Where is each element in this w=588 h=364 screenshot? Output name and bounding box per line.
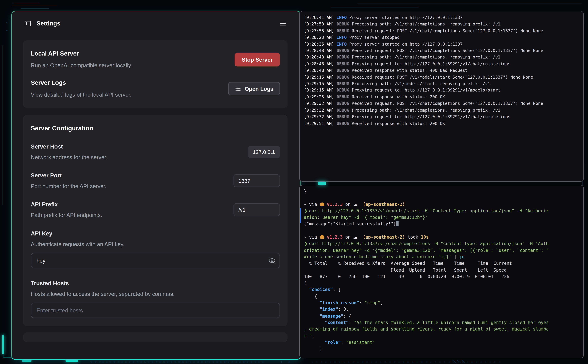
server-host-row: Server Host Network address for the serv… [31, 143, 280, 161]
api-prefix-input[interactable] [234, 203, 280, 216]
prompt-chevron-icon: ❯ [304, 208, 309, 213]
terminal-line: ❯ curl http://127.0.0.1:1337/v1/models/s… [304, 208, 579, 214]
log-entry: [9:28:35 AM] INFO Proxy server started o… [304, 41, 579, 47]
terminal-line: r.", [304, 333, 579, 339]
bun-icon [320, 235, 324, 239]
circuit-glow [318, 182, 326, 185]
terminal-line: } [304, 188, 579, 195]
eye-off-icon[interactable] [268, 257, 276, 264]
api-key-input[interactable] [31, 253, 280, 268]
log-entry: [9:28:48 AM] DEBUG Processing path: /v1/… [304, 54, 579, 61]
terminal-line: ~ via v1.2.3 on ☁ (ap-southeast-2) took … [304, 234, 579, 240]
log-entry: [9:26:41 AM] INFO Proxy server started o… [304, 14, 579, 21]
server-logs-description: View detailed logs of the local API serv… [31, 91, 132, 98]
terminal-line: 100 877 0 756 100 121 39 6 0:00:20 0:00:… [304, 273, 579, 280]
log-entry: [9:29:32 AM] DEBUG Processing path: /v1/… [304, 107, 579, 114]
circuit-glow [22, 360, 32, 362]
api-prefix-label: API Prefix [31, 201, 102, 208]
server-host-label: Server Host [31, 143, 107, 150]
terminal-line: ~ via v1.2.3 on ☁ (ap-southeast-2) [304, 201, 579, 208]
bun-icon [320, 202, 324, 206]
terminal-line: } [304, 346, 579, 352]
trusted-hosts-label: Trusted Hosts [31, 280, 280, 286]
trusted-hosts-block: Trusted Hosts Hosts allowed to access th… [31, 280, 280, 318]
open-logs-button[interactable]: Open Logs [228, 82, 280, 95]
server-logs-title: Server Logs [31, 79, 132, 86]
log-lines: [9:26:41 AM] INFO Proxy server started o… [304, 14, 579, 127]
terminal-line: ation: Bearer hey" -d '{"model": "gemma3… [304, 214, 579, 221]
log-entry: [9:29:15 AM] DEBUG Proxying request to: … [304, 87, 579, 94]
prompt-chevron-icon: ❯ [304, 241, 309, 246]
local-api-server-description: Run an OpenAI-compatible server locally. [31, 62, 132, 69]
stop-server-button[interactable]: Stop Server [234, 52, 280, 66]
api-prefix-description: Path prefix for API endpoints. [31, 212, 102, 218]
trusted-hosts-input[interactable] [31, 303, 280, 318]
terminal-line [304, 195, 579, 201]
server-configuration-card: Server Configuration Server Host Network… [23, 115, 287, 326]
api-key-label: API Key [31, 230, 280, 237]
terminal-panel[interactable]: } ~ via v1.2.3 on ☁ (ap-southeast-2)❯ cu… [299, 185, 584, 358]
circuit-glow [2, 335, 4, 354]
terminal-line: Write a one-sentence bedtime story about… [304, 254, 579, 260]
log-entry: [9:27:53 AM] DEBUG Processing path: /v1/… [304, 21, 579, 28]
server-host-value: 127.0.0.1 [248, 146, 280, 158]
local-api-server-title: Local API Server [31, 50, 132, 57]
menu-icon[interactable] [279, 20, 287, 27]
cloud-icon: ☁ [353, 202, 357, 207]
terminal-scrollbar[interactable] [300, 208, 301, 223]
circuit-glow [65, 360, 78, 362]
terminal-line: "index": 0, [304, 306, 579, 313]
server-log-panel[interactable]: [9:26:41 AM] INFO Proxy server started o… [299, 11, 584, 182]
terminal-line: ❯ curl http://127.0.0.1:1337/v1/chat/com… [304, 241, 579, 247]
cloud-icon: ☁ [353, 234, 357, 240]
api-key-block: API Key Authenticate requests with an AP… [31, 230, 280, 268]
log-entry: [9:28:48 AM] DEBUG Received response wit… [304, 67, 579, 74]
log-entry: [9:28:23 AM] INFO Proxy server stopped [304, 34, 579, 41]
terminal-line: % Total % Received % Xferd Average Speed… [304, 260, 579, 267]
server-port-row: Server Port Port number for the API serv… [31, 172, 280, 189]
terminal-line: Dload Upload Total Spent Left Speed [304, 267, 579, 273]
logs-list-icon [235, 85, 241, 92]
log-entry: [9:29:32 AM] DEBUG Proxying request to: … [304, 114, 579, 120]
terminal-line: "content": "As the stars twinkled, a lit… [304, 319, 579, 326]
server-controls-card: Local API Server Run an OpenAI-compatibl… [23, 40, 287, 108]
api-key-description: Authenticate requests with an API key. [31, 241, 280, 248]
terminal-line: {"message":"Started successfully!"} [304, 221, 579, 228]
terminal-line: "message": { [304, 313, 579, 319]
log-entry: [9:27:53 AM] DEBUG Received request: POS… [304, 28, 579, 34]
sidebar-panel-icon[interactable] [24, 20, 32, 27]
log-entry: [9:28:48 AM] DEBUG Proxying request to: … [304, 61, 579, 67]
settings-panel: Settings Local API Server Run an OpenAI-… [11, 11, 301, 360]
settings-title: Settings [36, 20, 274, 27]
terminal-line: "role": "assistant" [304, 339, 579, 346]
local-api-server-row: Local API Server Run an OpenAI-compatibl… [31, 50, 280, 69]
log-entry: [9:29:32 AM] DEBUG Received request: POS… [304, 100, 579, 107]
open-logs-label: Open Logs [245, 86, 273, 92]
terminal-lines: } ~ via v1.2.3 on ☁ (ap-southeast-2)❯ cu… [304, 188, 579, 352]
log-entry: [9:29:15 AM] DEBUG Received request: POS… [304, 74, 579, 81]
terminal-line: { [304, 280, 579, 286]
log-entry: [9:29:25 AM] DEBUG Received response wit… [304, 94, 579, 100]
terminal-line: "choices": [ [304, 286, 579, 293]
log-entry: [9:28:48 AM] DEBUG Received request: POS… [304, 47, 579, 54]
trusted-hosts-description: Hosts allowed to access the server, sepa… [31, 291, 280, 297]
log-entry: [9:29:15 AM] DEBUG Processing path: /v1/… [304, 81, 579, 87]
terminal-line [304, 228, 579, 234]
desktop: Settings Local API Server Run an OpenAI-… [0, 0, 588, 364]
server-configuration-title: Server Configuration [31, 124, 280, 132]
api-prefix-row: API Prefix Path prefix for API endpoints… [31, 201, 280, 218]
terminal-line: , dreaming of rainbow fields and sparkli… [304, 326, 579, 333]
log-entry: [9:29:51 AM] DEBUG Received response wit… [304, 120, 579, 127]
server-port-description: Port number for the API server. [31, 183, 107, 189]
terminal-line: { [304, 293, 579, 300]
server-port-input[interactable] [234, 174, 280, 187]
terminal-cursor [396, 221, 399, 227]
server-port-label: Server Port [31, 172, 107, 179]
server-logs-row: Server Logs View detailed logs of the lo… [31, 79, 280, 98]
server-host-description: Network address for the server. [31, 154, 107, 161]
next-settings-card-partial [23, 332, 287, 342]
terminal-line: orization: Bearer hey" -d '{"model": "ge… [304, 247, 579, 254]
settings-header: Settings [23, 11, 287, 36]
terminal-line: "finish_reason": "stop", [304, 300, 579, 306]
